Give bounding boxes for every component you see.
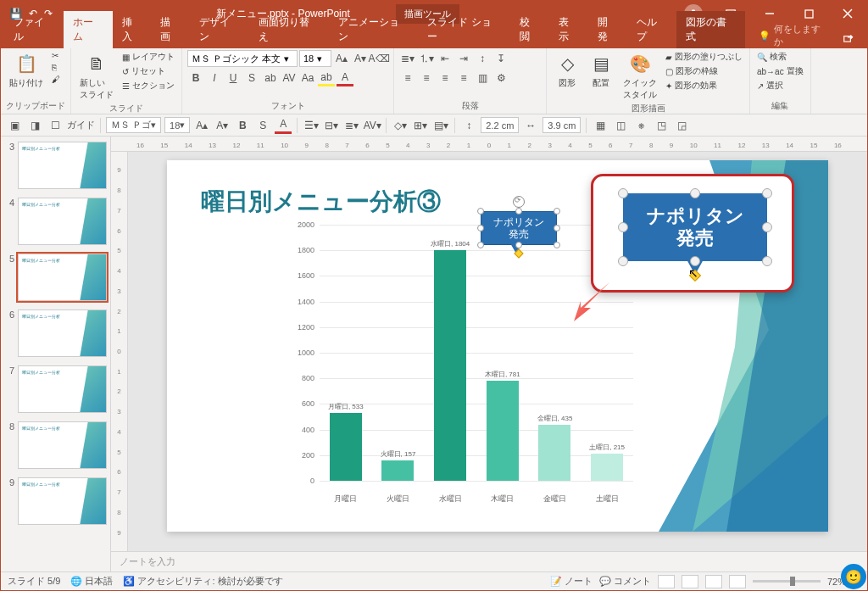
indent-inc-button[interactable]: ⇥ — [455, 50, 472, 67]
qa-misc[interactable]: ▦ — [592, 117, 609, 134]
tab-file[interactable]: ファイル — [4, 11, 64, 48]
thumbnail-slide-6[interactable]: 6曜日別メニュー分析 — [4, 309, 107, 357]
language-status[interactable]: 🌐 日本語 — [70, 575, 113, 588]
paste-button[interactable]: 📋 貼り付け — [6, 50, 47, 91]
callout-shape[interactable]: ナポリタン 発売 — [481, 211, 557, 245]
clear-format-button[interactable]: A⌫ — [370, 50, 387, 67]
align-center-button[interactable]: ≡ — [418, 70, 435, 86]
slide-canvas[interactable]: 曜日別メニュー分析③ 02004006008001000120014001600… — [128, 152, 867, 551]
replace-button[interactable]: ab→ac置換 — [755, 64, 805, 78]
font-name-select[interactable]: ＭＳ Ｐゴシック 本文▾ — [187, 50, 298, 67]
qa-grow-font[interactable]: A▴ — [193, 117, 210, 134]
resize-handle[interactable] — [554, 242, 560, 248]
qa-bold[interactable]: B — [234, 117, 251, 134]
thumbnail-slide-9[interactable]: 9曜日別メニュー分析 — [4, 477, 107, 525]
zoom-slider[interactable] — [753, 580, 821, 583]
qa-align2[interactable]: ⊟▾ — [323, 117, 340, 134]
qa-textbox[interactable]: ⊞▾ — [412, 117, 429, 134]
close-button[interactable] — [828, 1, 867, 26]
qa-size-select[interactable]: 18 ▾ — [164, 117, 190, 133]
slide-title[interactable]: 曜日別メニュー分析③ — [201, 186, 441, 218]
slideshow-view-button[interactable] — [729, 575, 746, 588]
notes-toggle[interactable]: 📝 ノート — [550, 575, 593, 588]
sorter-view-button[interactable] — [682, 575, 698, 588]
slide-thumbnails[interactable]: 3曜日別メニュー分析4曜日別メニュー分析5曜日別メニュー分析6曜日別メニュー分析… — [1, 137, 111, 571]
accessibility-status[interactable]: ♿ アクセシビリティ: 検討が必要です — [123, 575, 282, 588]
tab-home[interactable]: ホーム — [64, 11, 113, 48]
resize-handle[interactable] — [515, 242, 522, 248]
reading-view-button[interactable] — [705, 575, 722, 588]
qa-misc[interactable]: ◳ — [653, 117, 670, 134]
reset-button[interactable]: ↺リセット — [120, 64, 176, 78]
shape-effects-button[interactable]: ✦図形の効果 — [664, 79, 744, 92]
shape-height-input[interactable]: 2.2 cm — [481, 117, 519, 133]
qa-align[interactable]: ☰▾ — [303, 117, 320, 134]
qa-icon[interactable]: ◨ — [26, 117, 43, 134]
tab-developer[interactable]: 開発 — [588, 11, 627, 48]
tab-design[interactable]: デザイン — [190, 11, 249, 48]
slide-counter[interactable]: スライド 5/9 — [8, 575, 60, 588]
tell-me-search[interactable]: 💡 何をしますか — [759, 23, 830, 48]
tab-transitions[interactable]: 画面切り替え — [249, 11, 329, 48]
notes-pane[interactable]: ノートを入力 — [111, 551, 867, 571]
columns-button[interactable]: ▥ — [474, 70, 491, 86]
shape-width-input[interactable]: 3.9 cm — [542, 117, 581, 133]
find-button[interactable]: 🔍検索 — [755, 50, 805, 64]
line-spacing-button[interactable]: ↕ — [474, 50, 491, 67]
tab-view[interactable]: 表示 — [549, 11, 588, 48]
resize-handle[interactable] — [477, 242, 484, 248]
resize-handle[interactable] — [477, 225, 484, 231]
numbering-button[interactable]: ⒈▾ — [418, 50, 435, 67]
callout-text[interactable]: ナポリタン 発売 — [493, 216, 544, 241]
qa-icon[interactable]: ☐ — [47, 117, 64, 134]
smartart-button[interactable]: ⚙ — [492, 70, 509, 86]
section-button[interactable]: ☰セクション — [120, 79, 176, 92]
bullets-button[interactable]: ≣▾ — [399, 50, 416, 67]
case-button[interactable]: Aa — [299, 70, 316, 86]
quick-styles-button[interactable]: 🎨クイック スタイル — [620, 50, 660, 103]
indent-dec-button[interactable]: ⇤ — [437, 50, 453, 67]
tab-shape-format[interactable]: 図形の書式 — [676, 11, 746, 48]
qa-strike[interactable]: S — [254, 117, 271, 134]
tab-help[interactable]: ヘルプ — [627, 11, 676, 48]
shadow-button[interactable]: ab — [262, 70, 279, 86]
normal-view-button[interactable] — [658, 575, 675, 588]
align-right-button[interactable]: ≡ — [437, 70, 453, 86]
qa-arrange[interactable]: ▤▾ — [432, 117, 449, 134]
text-direction-button[interactable]: ↧ — [492, 50, 509, 67]
qa-shape[interactable]: ◇▾ — [392, 117, 409, 134]
font-color-button[interactable]: A — [337, 70, 353, 86]
underline-button[interactable]: U — [225, 70, 242, 86]
shape-fill-button[interactable]: ▰図形の塗りつぶし — [664, 50, 744, 64]
qa-misc[interactable]: ◲ — [673, 117, 690, 134]
format-painter-button[interactable]: 🖌 — [50, 74, 62, 85]
guide-label[interactable]: ガイド — [67, 119, 95, 131]
qa-misc[interactable]: ◫ — [612, 117, 629, 134]
copy-button[interactable]: ⎘ — [50, 62, 62, 73]
new-slide-button[interactable]: 🗎 新しい スライド — [76, 50, 117, 103]
slide[interactable]: 曜日別メニュー分析③ 02004006008001000120014001600… — [167, 160, 828, 532]
tab-slideshow[interactable]: スライド ショー — [418, 11, 510, 48]
qa-misc[interactable]: ⎈ — [632, 117, 649, 134]
thumbnail-slide-8[interactable]: 8曜日別メニュー分析 — [4, 421, 107, 469]
bold-button[interactable]: B — [187, 70, 204, 86]
rotate-handle[interactable] — [513, 196, 525, 208]
feedback-button[interactable]: 🙂 — [841, 564, 866, 589]
tab-draw[interactable]: 描画 — [151, 11, 190, 48]
cut-button[interactable]: ✂ — [50, 50, 62, 61]
comments-toggle[interactable]: 💬 コメント — [599, 575, 651, 588]
resize-handle[interactable] — [554, 225, 560, 231]
resize-handle[interactable] — [515, 208, 522, 215]
resize-handle[interactable] — [554, 208, 560, 215]
shape-outline-button[interactable]: ▢図形の枠線 — [664, 64, 744, 78]
justify-button[interactable]: ≡ — [455, 70, 472, 86]
qa-shrink-font[interactable]: A▾ — [214, 117, 231, 134]
resize-handle[interactable] — [477, 208, 484, 215]
shapes-button[interactable]: ◇図形 — [552, 50, 582, 91]
thumbnail-slide-3[interactable]: 3曜日別メニュー分析 — [4, 142, 107, 189]
tab-animations[interactable]: アニメーション — [329, 11, 419, 48]
font-size-select[interactable]: 18▾ — [299, 50, 331, 67]
qa-icon[interactable]: ▣ — [6, 117, 23, 134]
tab-review[interactable]: 校閲 — [510, 11, 549, 48]
qa-font-select[interactable]: ＭＳ Ｐゴ ▾ — [106, 117, 161, 133]
